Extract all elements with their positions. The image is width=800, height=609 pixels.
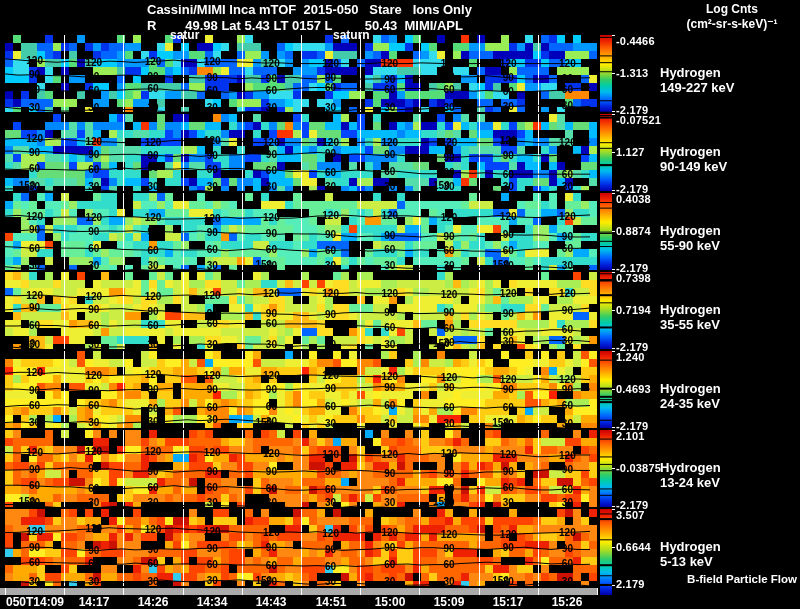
cbar-mid-label-5: -0.03875	[616, 463, 661, 475]
cbar-mid-label-2: 0.8874	[616, 226, 651, 238]
panel-energy-label-2: 55-90 keV	[660, 239, 720, 253]
panel-species-label-5: Hydrogen	[660, 461, 721, 475]
cbar-max-label-6: 3.507	[616, 510, 645, 522]
panel-energy-label-1: 90-149 keV	[660, 160, 727, 174]
panel-energy-label-6: 5-13 keV	[660, 555, 713, 569]
cbar-mid-label-4: 0.4693	[616, 384, 651, 396]
cbar-mid-label-6: 0.6644	[616, 542, 651, 554]
colorbar-units-line2: (cm²-sr-s-keV)⁻¹	[674, 18, 790, 31]
panel-species-label-0: Hydrogen	[660, 66, 721, 80]
cbar-mid-label-0: -1.313	[616, 68, 648, 80]
cbar-max-label-1: -0.07521	[616, 115, 661, 127]
bfield-particle-flow-label: B-field Particle Flow	[657, 573, 797, 585]
panel-species-label-1: Hydrogen	[660, 145, 721, 159]
saturn-marker-right: saturn	[333, 29, 370, 42]
panel-species-label-2: Hydrogen	[660, 224, 721, 238]
cbar-min-label-6: 2.179	[616, 579, 645, 591]
panel-species-label-3: Hydrogen	[660, 303, 721, 317]
panel-energy-label-4: 24-35 keV	[660, 397, 720, 411]
cbar-max-label-3: 0.7398	[616, 273, 651, 285]
cbar-max-label-5: 2.101	[616, 431, 645, 443]
panel-energy-label-0: 149-227 keV	[660, 81, 734, 95]
cbar-mid-label-3: 0.7194	[616, 305, 651, 317]
panel-energy-label-3: 35-55 keV	[660, 318, 720, 332]
panel-energy-label-5: 13-24 keV	[660, 476, 720, 490]
saturn-marker-left: satur	[170, 29, 199, 42]
cbar-max-label-0: -0.4466	[616, 36, 655, 48]
cbar-max-label-4: 1.240	[616, 352, 645, 364]
spectrogram-screen: Cassini/MIMI Inca mTOF 2015-050 Stare Io…	[0, 0, 800, 609]
panel-species-label-4: Hydrogen	[660, 382, 721, 396]
colorbar-units-line1: Log Cnts	[674, 3, 790, 16]
time-tick-label-9: 15:26	[531, 596, 603, 609]
plot-title: Cassini/MIMI Inca mTOF 2015-050 Stare Io…	[147, 3, 472, 17]
panel-species-label-6: Hydrogen	[660, 540, 721, 554]
cbar-mid-label-1: 1.127	[616, 147, 645, 159]
cbar-max-label-2: 0.4038	[616, 194, 651, 206]
